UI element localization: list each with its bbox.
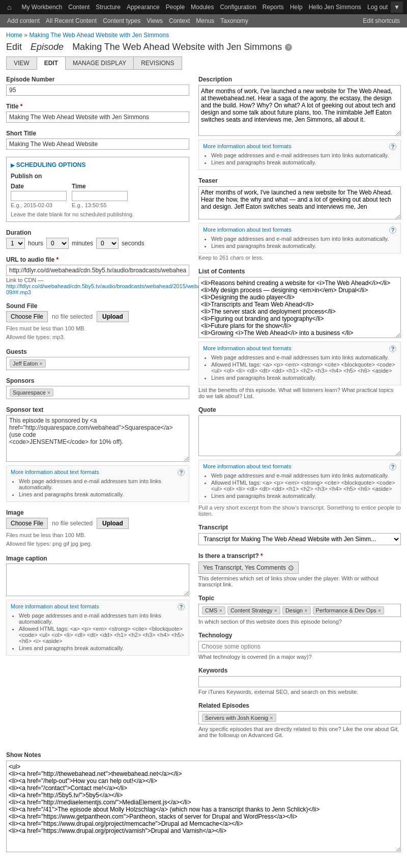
- nav-appearance[interactable]: Appearance: [124, 0, 163, 14]
- url-audio-input[interactable]: [6, 265, 189, 276]
- guests-input[interactable]: Jeff Eaton ×: [6, 357, 189, 370]
- tab-edit[interactable]: EDIT: [37, 57, 65, 70]
- time-input[interactable]: [72, 191, 128, 201]
- sponsor-format-link[interactable]: More information about text formats: [11, 469, 99, 475]
- topic-section: Topic CMS × Content Strategy × Design × …: [198, 595, 401, 625]
- image-caption-format-help-icon[interactable]: ?: [178, 603, 185, 610]
- description-input[interactable]: After months of work, I've launched a ne…: [198, 85, 401, 136]
- transcript-yes-option[interactable]: Yes Transcript, Yes Comments ⊙: [198, 562, 299, 574]
- sponsors-input[interactable]: Squarespace ×: [6, 386, 189, 399]
- sound-file-name: no file selected: [52, 313, 93, 320]
- quote-label: Quote: [198, 406, 401, 413]
- scheduling-title[interactable]: SCHEDULING OPTIONS: [11, 161, 185, 169]
- cdn-url-link[interactable]: http://fdlyr.co/d/webahead/cdn.5by5.tv/a…: [6, 283, 215, 295]
- short-title-input[interactable]: [6, 138, 189, 150]
- title-input[interactable]: [6, 111, 189, 123]
- remove-topic-performance-devops[interactable]: ×: [378, 607, 381, 613]
- nav-taxonomy[interactable]: Taxonomy: [217, 14, 251, 27]
- image-group: Image Choose File no file selected Uploa…: [6, 509, 189, 548]
- sponsor-tag-squarespace: Squarespace ×: [10, 388, 53, 397]
- tab-view[interactable]: VIEW: [6, 57, 37, 70]
- episode-number-label: Episode Number: [6, 76, 189, 83]
- date-input[interactable]: [11, 191, 67, 201]
- tab-revisions[interactable]: REVISIONS: [133, 57, 182, 70]
- page-title: Edit Episode Making The Web Ahead Websit…: [0, 41, 407, 57]
- sponsor-text-input[interactable]: This episode is sponsored by <a href="ht…: [6, 415, 189, 462]
- url-audio-group: URL to audio file * Link to CDN — http:/…: [6, 256, 189, 295]
- nav-add-content[interactable]: Add content: [4, 14, 43, 27]
- hours-label: hours: [28, 240, 43, 247]
- remove-topic-content-strategy[interactable]: ×: [274, 607, 277, 613]
- nav-context[interactable]: Context: [166, 14, 193, 27]
- nav-views[interactable]: Views: [143, 14, 166, 27]
- image-file-name: no file selected: [52, 520, 93, 527]
- breadcrumb-parent[interactable]: Making The Web Ahead Website with Jen Si…: [29, 32, 169, 39]
- transcript-note: This determines which set of links show …: [198, 575, 401, 587]
- nav-configuration[interactable]: Configuration: [217, 0, 259, 14]
- remove-sponsor-squarespace[interactable]: ×: [47, 389, 50, 396]
- upload-image-button[interactable]: Upload: [97, 518, 129, 529]
- transcript-select[interactable]: Transcript for Making The Web Ahead Webs…: [198, 533, 401, 545]
- remove-topic-cms[interactable]: ×: [219, 607, 222, 613]
- second-navigation: Add content All Recent Content Content t…: [0, 14, 407, 27]
- sponsor-format-help-icon[interactable]: ?: [178, 469, 185, 476]
- duration-seconds-select[interactable]: 0153045: [96, 238, 119, 249]
- info-icon[interactable]: ?: [285, 44, 292, 51]
- nav-help[interactable]: Help: [287, 0, 306, 14]
- home-icon[interactable]: ⌂: [4, 0, 14, 14]
- teaser-input[interactable]: After months of work, I've launched a ne…: [198, 186, 401, 219]
- description-format-link[interactable]: More information about text formats: [203, 143, 292, 149]
- duration-hours-select[interactable]: 123: [6, 238, 25, 249]
- image-caption-input[interactable]: [6, 564, 189, 596]
- nav-menus[interactable]: Menus: [193, 14, 217, 27]
- sponsors-label: Sponsors: [6, 377, 189, 384]
- upload-sound-button[interactable]: Upload: [97, 311, 129, 322]
- list-contents-format-link[interactable]: More information about text formats: [203, 345, 292, 351]
- logout-link[interactable]: Log out: [364, 0, 391, 14]
- image-file-notes: Files must be less than 100 MB. Allowed …: [6, 531, 189, 548]
- quote-input[interactable]: [198, 415, 401, 456]
- remove-related-servers[interactable]: ×: [270, 715, 273, 721]
- breadcrumb-home[interactable]: Home: [6, 32, 22, 39]
- teaser-format-help-icon[interactable]: ?: [389, 227, 396, 234]
- description-section: Description After months of work, I've l…: [198, 76, 401, 170]
- keywords-input[interactable]: [198, 676, 401, 687]
- nav-all-recent-content[interactable]: All Recent Content: [43, 14, 100, 27]
- quote-format-help-icon[interactable]: ?: [389, 463, 396, 470]
- image-caption-group: Image caption More information about tex…: [6, 555, 189, 656]
- nav-content[interactable]: Content: [65, 0, 93, 14]
- quote-format-link[interactable]: More information about text formats: [203, 463, 292, 469]
- nav-modules[interactable]: Modules: [188, 0, 217, 14]
- nav-structure[interactable]: Structure: [93, 0, 124, 14]
- image-caption-format-link[interactable]: More information about text formats: [11, 603, 99, 609]
- technology-input[interactable]: [198, 641, 401, 652]
- guests-label: Guests: [6, 348, 189, 355]
- topic-tag-performance-devops: Performance & Dev Ops ×: [313, 606, 385, 614]
- edit-shortcuts-link[interactable]: Edit shortcuts: [360, 17, 403, 24]
- show-notes-input[interactable]: <ul> <li><a href="http://thewebahead.net…: [6, 761, 401, 852]
- list-contents-format-help-icon[interactable]: ?: [389, 345, 396, 352]
- related-episodes-input[interactable]: Servers with Josh Koenig ×: [198, 711, 401, 724]
- list-contents-input[interactable]: <li>Reasons behind creating a website fo…: [198, 277, 401, 338]
- related-episodes-label: Related Episodes: [198, 702, 401, 709]
- nav-my-workbench[interactable]: My Workbench: [18, 0, 65, 14]
- description-format-help-icon[interactable]: ?: [389, 143, 396, 150]
- keywords-label: Keywords: [198, 667, 401, 674]
- choose-sound-file-button[interactable]: Choose File: [6, 311, 48, 322]
- sponsor-text-format-hints: More information about text formats ? We…: [6, 465, 189, 502]
- minutes-label: minutes: [72, 240, 93, 247]
- publish-on-label: Publish on: [11, 173, 185, 180]
- remove-guest-jeff[interactable]: ×: [39, 360, 42, 367]
- choose-image-button[interactable]: Choose File: [6, 518, 48, 529]
- remove-topic-design[interactable]: ×: [304, 607, 307, 613]
- technology-section: Technology What technology is covered (i…: [198, 632, 401, 660]
- nav-dropdown-button[interactable]: ▼: [391, 2, 403, 13]
- nav-reports[interactable]: Reports: [259, 0, 287, 14]
- topic-tags-input[interactable]: CMS × Content Strategy × Design × Perfor…: [198, 604, 401, 617]
- duration-minutes-select[interactable]: 0153045: [46, 238, 69, 249]
- tab-manage-display[interactable]: MANAGE DISPLAY: [65, 57, 133, 70]
- episode-number-input[interactable]: [6, 85, 189, 96]
- nav-content-types[interactable]: Content types: [100, 14, 143, 27]
- teaser-format-link[interactable]: More information about text formats: [203, 227, 292, 233]
- nav-people[interactable]: People: [163, 0, 188, 14]
